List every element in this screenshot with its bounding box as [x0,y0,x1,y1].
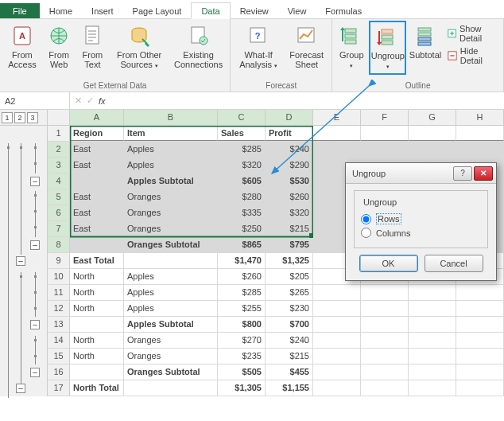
cell-B16[interactable]: Oranges Subtotal [124,364,218,380]
cell-A16[interactable] [70,364,124,380]
cell-C17[interactable]: $1,305 [218,380,266,396]
from-text-button[interactable]: From Text [76,21,108,72]
what-if-analysis-button[interactable]: ? What-If Analysis ▾ [234,21,283,73]
cell-A11[interactable]: North [70,285,124,300]
col-header-C[interactable]: C [218,110,266,125]
cell-C4[interactable]: $605 [218,173,266,189]
row-header-4[interactable]: 4 [48,173,70,189]
cell-H13[interactable] [456,317,504,332]
cell-F15[interactable] [361,349,409,364]
cell-H14[interactable] [456,333,504,348]
cell-A13[interactable] [70,317,124,332]
outline-collapse-apples-north[interactable]: – [30,320,40,329]
radio-rows[interactable]: Rows [361,212,481,226]
cell-E15[interactable] [313,349,361,364]
cell-D15[interactable]: $215 [266,349,313,364]
hide-detail-button[interactable]: Hide Detail [444,45,500,67]
cell-H16[interactable] [456,364,504,380]
outline-level-1[interactable]: 1 [2,112,13,123]
cell-H11[interactable] [456,285,504,300]
ungroup-button[interactable]: Ungroup▾ [369,21,406,75]
cell-A2[interactable]: East [70,142,124,157]
cell-C2[interactable]: $285 [218,142,266,157]
cell-G16[interactable] [409,364,456,380]
cell-C6[interactable]: $335 [218,205,266,220]
row-header-13[interactable]: 13 [48,317,70,332]
cell-H1[interactable] [456,126,504,141]
cell-D4[interactable]: $530 [266,173,313,189]
radio-columns[interactable]: Columns [361,226,481,240]
cell-B12[interactable]: Apples [124,301,218,316]
cell-A7[interactable]: East [70,221,124,236]
cell-E13[interactable] [313,317,361,332]
cell-G1[interactable] [409,126,456,141]
row-header-8[interactable]: 8 [48,237,70,252]
row-header-14[interactable]: 14 [48,333,70,348]
cell-B17[interactable] [124,380,218,396]
cell-C15[interactable]: $235 [218,349,266,364]
cell-B1[interactable]: Item [124,126,218,141]
cell-C1[interactable]: Sales [218,126,266,141]
cell-D12[interactable]: $230 [266,301,313,316]
row-header-5[interactable]: 5 [48,189,70,205]
cell-A15[interactable]: North [70,349,124,364]
cell-C14[interactable]: $270 [218,333,266,348]
cell-C10[interactable]: $260 [218,269,266,284]
col-header-A[interactable]: A [70,110,124,125]
cell-B4[interactable]: Apples Subtotal [124,173,218,189]
cancel-button[interactable]: Cancel [425,255,483,272]
formula-input[interactable] [110,92,504,109]
cell-A17[interactable]: North Total [70,380,124,396]
cell-A14[interactable]: North [70,333,124,348]
row-header-12[interactable]: 12 [48,301,70,316]
group-button[interactable]: Group▾ [335,21,367,73]
cell-A4[interactable] [70,173,124,189]
cell-D16[interactable]: $455 [266,364,313,380]
outline-collapse-apples-east[interactable]: – [30,177,40,186]
row-header-17[interactable]: 17 [48,380,70,396]
dialog-titlebar[interactable]: Ungroup ? ✕ [346,163,496,184]
cell-A9[interactable]: East Total [70,253,124,268]
cell-D5[interactable]: $260 [266,189,313,205]
row-header-16[interactable]: 16 [48,364,70,380]
tab-review[interactable]: Review [231,3,278,18]
cancel-formula-icon[interactable]: ✕ [75,96,82,106]
cell-H15[interactable] [456,349,504,364]
cell-D6[interactable]: $320 [266,205,313,220]
outline-level-3[interactable]: 3 [27,112,38,123]
dialog-help-button[interactable]: ? [453,166,472,181]
cell-E16[interactable] [313,364,361,380]
cell-C3[interactable]: $320 [218,158,266,173]
col-header-E[interactable]: E [313,110,361,125]
cell-E2[interactable] [313,142,361,157]
cell-B6[interactable]: Oranges [124,205,218,220]
cell-C8[interactable]: $865 [218,237,266,252]
cell-A1[interactable]: Region [70,126,124,141]
col-header-G[interactable]: G [409,110,456,125]
cell-E1[interactable] [313,126,361,141]
col-header-D[interactable]: D [266,110,313,125]
cell-B11[interactable]: Apples [124,285,218,300]
cell-C11[interactable]: $285 [218,285,266,300]
row-header-1[interactable]: 1 [48,126,70,141]
cell-F13[interactable] [361,317,409,332]
col-header-B[interactable]: B [124,110,218,125]
cell-B15[interactable]: Oranges [124,349,218,364]
cell-G12[interactable] [409,301,456,316]
radio-columns-input[interactable] [361,228,371,238]
outline-collapse-oranges-north[interactable]: – [30,368,40,377]
col-header-F[interactable]: F [361,110,409,125]
dialog-close-button[interactable]: ✕ [474,166,493,181]
from-web-button[interactable]: From Web [43,21,75,72]
cell-D11[interactable]: $265 [266,285,313,300]
cell-C7[interactable]: $250 [218,221,266,236]
radio-rows-input[interactable] [361,214,371,224]
tab-insert[interactable]: Insert [82,3,123,18]
cell-A10[interactable]: North [70,269,124,284]
from-other-sources-button[interactable]: From Other Sources ▾ [110,21,169,73]
cell-C16[interactable]: $505 [218,364,266,380]
tab-formulas[interactable]: Formulas [316,3,371,18]
cell-A6[interactable]: East [70,205,124,220]
cell-F12[interactable] [361,301,409,316]
row-header-10[interactable]: 10 [48,269,70,284]
